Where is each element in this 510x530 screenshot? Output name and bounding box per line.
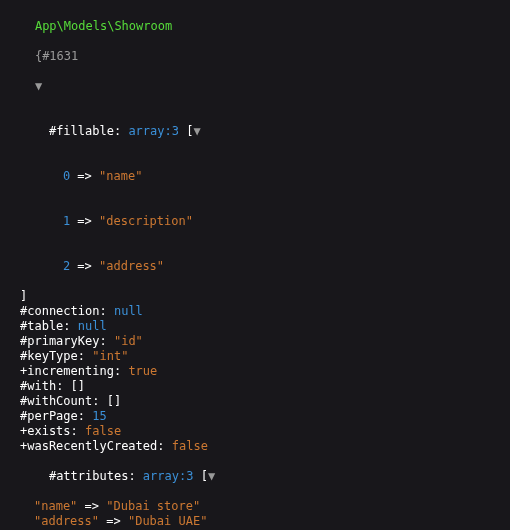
prop-attributes[interactable]: #attributes: array:3 [▼ [6, 454, 504, 499]
fillable-item: 1 => "description" [6, 199, 504, 244]
fillable-close: ] [6, 289, 504, 304]
prop-keytype: #keyType: "int" [6, 349, 504, 364]
prop-incrementing: +incrementing: true [6, 364, 504, 379]
class-name: App\Models\Showroom [35, 19, 172, 33]
prop-with: #with: [] [6, 379, 504, 394]
fillable-item: 2 => "address" [6, 244, 504, 289]
fillable-item: 0 => "name" [6, 154, 504, 199]
var-dump-root: App\Models\Showroom {#1631 ▼ #fillable: … [0, 0, 510, 530]
prop-table: #table: null [6, 319, 504, 334]
chevron-down-icon[interactable]: ▼ [208, 469, 215, 483]
prop-perpage: #perPage: 15 [6, 409, 504, 424]
chevron-down-icon[interactable]: ▼ [193, 124, 200, 138]
attributes-item: "address" => "Dubai UAE" [6, 514, 504, 529]
prop-withcount: #withCount: [] [6, 394, 504, 409]
prop-fillable[interactable]: #fillable: array:3 [▼ [6, 109, 504, 154]
attributes-item: "name" => "Dubai store" [6, 499, 504, 514]
prop-primarykey: #primaryKey: "id" [6, 334, 504, 349]
chevron-down-icon[interactable]: ▼ [35, 79, 42, 93]
prop-connection: #connection: null [6, 304, 504, 319]
prop-exists: +exists: false [6, 424, 504, 439]
object-header[interactable]: App\Models\Showroom {#1631 ▼ [6, 4, 504, 109]
object-ref: {#1631 [35, 49, 78, 63]
prop-wasrecentlycreated: +wasRecentlyCreated: false [6, 439, 504, 454]
